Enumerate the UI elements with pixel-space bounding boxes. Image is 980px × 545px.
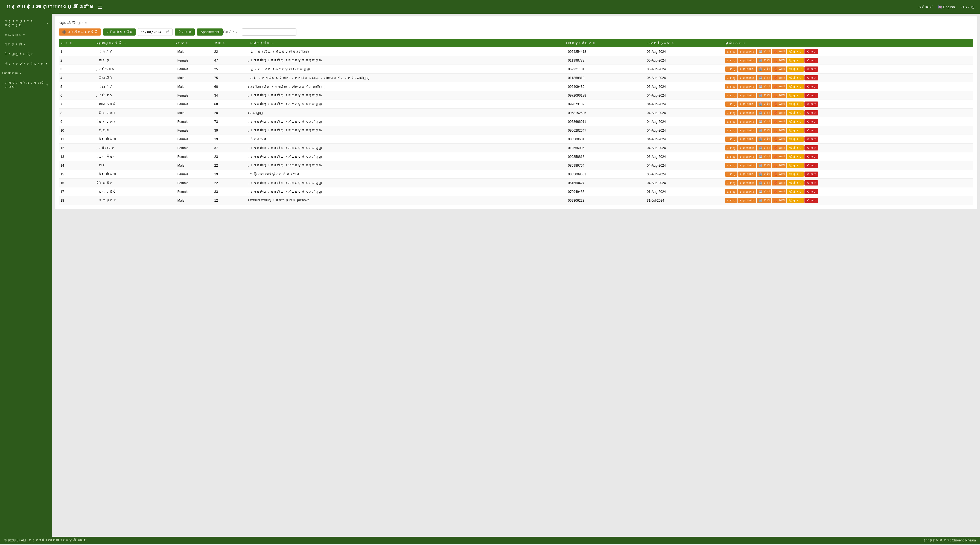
discharge-button[interactable]: 🚫 ចំណោ bbox=[772, 84, 786, 89]
medicine-button[interactable]: 🏥 ថ្នាំ bbox=[757, 163, 772, 168]
diagnose-button[interactable]: ℹ ព្យាបាល bbox=[738, 198, 756, 203]
sidebar-item-accounting[interactable]: គណនេយ្យ ▾ bbox=[0, 30, 52, 40]
view-button[interactable]: ℹ ព្យួ bbox=[725, 180, 737, 185]
sidebar-item-report[interactable]: ពោយពេញ ▾ bbox=[0, 69, 52, 78]
edit-button[interactable]: ✎ កែប្រែ bbox=[787, 172, 804, 177]
medicine-button[interactable]: 🏥 ថ្នាំ bbox=[757, 198, 772, 203]
delete-button[interactable]: ✕ លុប bbox=[805, 49, 818, 54]
medicine-button[interactable]: 🏥 ថ្នាំ bbox=[757, 180, 772, 185]
diagnose-button[interactable]: ℹ ព្យាបាល bbox=[738, 163, 756, 168]
view-button[interactable]: ℹ ព្យួ bbox=[725, 145, 737, 150]
discharge-button[interactable]: 🚫 ចំណោ bbox=[772, 119, 786, 124]
discharge-button[interactable]: 🚫 ចំណោ bbox=[772, 163, 786, 168]
diagnose-button[interactable]: ℹ ព្យាបាល bbox=[738, 137, 756, 142]
register-patient-button[interactable]: ➕ បង្កើតអ្នកជំងឺ bbox=[59, 29, 101, 35]
medicine-button[interactable]: 🏥 ថ្នាំ bbox=[757, 75, 772, 80]
diagnose-button[interactable]: ℹ ព្យាបាល bbox=[738, 180, 756, 185]
diagnose-button[interactable]: ℹ ព្យាបាល bbox=[738, 93, 756, 98]
medicine-button[interactable]: 🏥 ថ្នាំ bbox=[757, 119, 772, 124]
view-button[interactable]: ℹ ព្យួ bbox=[725, 137, 737, 142]
discharge-button[interactable]: 🚫 ចំណោ bbox=[772, 128, 786, 133]
settings-link[interactable]: កាកំណត់ bbox=[918, 5, 932, 9]
discharge-button[interactable]: 🚫 ចំណោ bbox=[772, 180, 786, 185]
delete-button[interactable]: ✕ លុប bbox=[805, 180, 818, 185]
diagnose-button[interactable]: ℹ ព្យាបាល bbox=[738, 172, 756, 177]
discharge-button[interactable]: 🚫 ចំណោ bbox=[772, 110, 786, 115]
edit-button[interactable]: ✎ កែប្រែ bbox=[787, 180, 804, 185]
sidebar-item-finance[interactable]: ហិរញ្ញវត្ថុ ▾ bbox=[0, 49, 52, 59]
discharge-button[interactable]: 🚫 ចំណោ bbox=[772, 137, 786, 142]
view-button[interactable]: ℹ ព្យួ bbox=[725, 163, 737, 168]
cancel-button[interactable]: ទំរងស់ bbox=[175, 29, 195, 35]
discharge-button[interactable]: 🚫 ចំណោ bbox=[772, 58, 786, 63]
sidebar-item-admin[interactable]: ការគ្រប់គ្រងអង្គដ្ឋ ▾ bbox=[0, 16, 52, 30]
edit-button[interactable]: ✎ កែប្រែ bbox=[787, 102, 804, 107]
menu-icon[interactable]: ☰ bbox=[97, 3, 102, 10]
diagnose-button[interactable]: ℹ ព្យាបាល bbox=[738, 119, 756, 124]
diagnose-button[interactable]: ℹ ព្យាបាល bbox=[738, 154, 756, 159]
medicine-button[interactable]: 🏥 ថ្នាំ bbox=[757, 172, 772, 177]
delete-button[interactable]: ✕ លុប bbox=[805, 163, 818, 168]
diagnose-button[interactable]: ℹ ព្យាបាល bbox=[738, 189, 756, 194]
delete-button[interactable]: ✕ លុប bbox=[805, 102, 818, 107]
edit-button[interactable]: ✎ កែប្រែ bbox=[787, 119, 804, 124]
medicine-button[interactable]: 🏥 ថ្នាំ bbox=[757, 67, 772, 72]
view-button[interactable]: ℹ ព្យួ bbox=[725, 84, 737, 89]
delete-button[interactable]: ✕ លុប bbox=[805, 128, 818, 133]
medicine-button[interactable]: 🏥 ថ្នាំ bbox=[757, 145, 772, 150]
view-button[interactable]: ℹ ព្យួ bbox=[725, 102, 737, 107]
discharge-button[interactable]: 🚫 ចំណោ bbox=[772, 145, 786, 150]
edit-button[interactable]: ✎ កែប្រែ bbox=[787, 163, 804, 168]
medicine-button[interactable]: 🏥 ថ្នាំ bbox=[757, 189, 772, 194]
medicine-button[interactable]: 🏥 ថ្នាំ bbox=[757, 49, 772, 54]
logout-link[interactable]: ចាកចេញ bbox=[960, 5, 975, 9]
diagnose-button[interactable]: ℹ ព្យាបាល bbox=[738, 102, 756, 107]
medicine-button[interactable]: 🏥 ថ្នាំ bbox=[757, 128, 772, 133]
view-button[interactable]: ℹ ព្យួ bbox=[725, 58, 737, 63]
view-button[interactable]: ℹ ព្យួ bbox=[725, 172, 737, 177]
edit-button[interactable]: ✎ កែប្រែ bbox=[787, 93, 804, 98]
discharge-button[interactable]: 🚫 ចំណោ bbox=[772, 75, 786, 80]
appointment-button[interactable]: Appointment bbox=[197, 29, 223, 35]
discharge-button[interactable]: 🚫 ចំណោ bbox=[772, 102, 786, 107]
print-button[interactable]: ព្រីសសំំសរ​ចំណែ bbox=[103, 29, 135, 35]
medicine-button[interactable]: 🏥 ថ្នាំ bbox=[757, 84, 772, 89]
edit-button[interactable]: ✎ កែប្រែ bbox=[787, 154, 804, 159]
medicine-button[interactable]: 🏥 ថ្នាំ bbox=[757, 137, 772, 142]
diagnose-button[interactable]: ℹ ព្យាបាល bbox=[738, 110, 756, 115]
discharge-button[interactable]: 🚫 ចំណោ bbox=[772, 198, 786, 203]
delete-button[interactable]: ✕ លុប bbox=[805, 58, 818, 63]
view-button[interactable]: ℹ ព្យួ bbox=[725, 128, 737, 133]
medicine-button[interactable]: 🏥 ថ្នាំ bbox=[757, 93, 772, 98]
edit-button[interactable]: ✎ កែប្រែ bbox=[787, 75, 804, 80]
edit-button[interactable]: ✎ កែប្រែ bbox=[787, 145, 804, 150]
view-button[interactable]: ℹ ព្យួ bbox=[725, 198, 737, 203]
diagnose-button[interactable]: ℹ ព្យាបាល bbox=[738, 128, 756, 133]
view-button[interactable]: ℹ ព្យួ bbox=[725, 67, 737, 72]
delete-button[interactable]: ✕ លុប bbox=[805, 154, 818, 159]
diagnose-button[interactable]: ℹ ព្យាបាល bbox=[738, 145, 756, 150]
view-button[interactable]: ℹ ព្យួ bbox=[725, 189, 737, 194]
edit-button[interactable]: ✎ កែប្រែ bbox=[787, 128, 804, 133]
edit-button[interactable]: ✎ កែប្រែ bbox=[787, 58, 804, 63]
medicine-button[interactable]: 🏥 ថ្នាំ bbox=[757, 102, 772, 107]
delete-button[interactable]: ✕ លុប bbox=[805, 93, 818, 98]
discharge-button[interactable]: 🚫 ចំណោ bbox=[772, 154, 786, 159]
delete-button[interactable]: ✕ លុប bbox=[805, 84, 818, 89]
diagnose-button[interactable]: ℹ ព្យាបាល bbox=[738, 49, 756, 54]
delete-button[interactable]: ✕ លុប bbox=[805, 110, 818, 115]
sidebar-item-sales[interactable]: លក់ទូរ​ទាំ ▾ bbox=[0, 40, 52, 49]
diagnose-button[interactable]: ℹ ព្យាបាល bbox=[738, 84, 756, 89]
delete-button[interactable]: ✕ លុប bbox=[805, 189, 818, 194]
diagnose-button[interactable]: ℹ ព្យាបាល bbox=[738, 58, 756, 63]
medicine-button[interactable]: 🏥 ថ្នាំ bbox=[757, 154, 772, 159]
delete-button[interactable]: ✕ លុប bbox=[805, 172, 818, 177]
discharge-button[interactable]: 🚫 ចំណោ bbox=[772, 49, 786, 54]
sidebar-item-management[interactable]: ការគ្រប់គ្រងស្នក ▾ bbox=[0, 59, 52, 69]
view-button[interactable]: ℹ ព្យួ bbox=[725, 49, 737, 54]
delete-button[interactable]: ✕ លុប bbox=[805, 145, 818, 150]
edit-button[interactable]: ✎ កែប្រែ bbox=[787, 84, 804, 89]
view-button[interactable]: ℹ ព្យួ bbox=[725, 93, 737, 98]
discharge-button[interactable]: 🚫 ចំណោ bbox=[772, 172, 786, 177]
edit-button[interactable]: ✎ កែប្រែ bbox=[787, 67, 804, 72]
